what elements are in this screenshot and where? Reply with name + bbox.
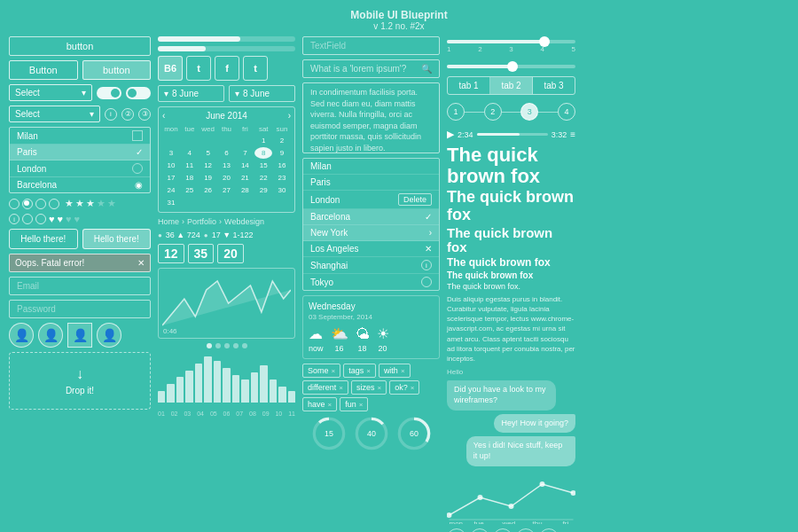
list-item-milan[interactable]: Milan xyxy=(10,128,150,145)
city-shanghai[interactable]: Shanghai i xyxy=(303,257,439,274)
main-button[interactable]: button xyxy=(9,36,151,56)
city-barcelona[interactable]: Barcelona ✓ xyxy=(303,209,439,225)
list-item-london[interactable]: London xyxy=(10,160,150,177)
dot-5[interactable] xyxy=(242,343,247,348)
cal-day-9[interactable]: 9 xyxy=(273,147,291,159)
social-btn-tumblr[interactable]: t xyxy=(243,56,268,81)
cal-day-5[interactable]: 5 xyxy=(200,147,217,159)
radio-4[interactable] xyxy=(49,199,59,209)
heart-filled-2[interactable]: ♥ xyxy=(58,214,64,224)
step-4[interactable]: 4 xyxy=(558,103,575,121)
list-item-barcelona[interactable]: Barcelona ◉ xyxy=(10,177,150,192)
city-tokyo[interactable]: Tokyo xyxy=(303,274,439,290)
star-5[interactable]: ★ xyxy=(107,198,116,209)
social-btn-facebook[interactable]: f xyxy=(215,56,239,81)
hello-outline-btn[interactable]: Hello there! xyxy=(9,229,78,249)
star-1[interactable]: ★ xyxy=(65,198,74,209)
heart-empty[interactable]: ♥ xyxy=(66,214,72,224)
avatar-circle-1[interactable]: 👤 xyxy=(9,323,34,348)
cal-day-13[interactable]: 13 xyxy=(218,160,236,171)
cal-day-4[interactable]: 4 xyxy=(181,147,199,159)
cal-day-19[interactable]: 19 xyxy=(200,172,217,184)
tag-different-close[interactable]: × xyxy=(339,384,343,392)
media-progress-bar[interactable] xyxy=(477,133,548,136)
counter-2[interactable]: 35 xyxy=(188,244,215,263)
star-3[interactable]: ★ xyxy=(86,198,95,209)
avatar-circle-3[interactable]: 👤 xyxy=(97,323,121,348)
circle-icon-1[interactable] xyxy=(22,214,33,224)
cal-day-15[interactable]: 15 xyxy=(254,160,272,171)
tag-with-close[interactable]: × xyxy=(401,367,405,375)
tab-1[interactable]: tab 1 xyxy=(448,77,490,94)
radio-london[interactable] xyxy=(132,163,143,174)
password-field[interactable]: Password xyxy=(9,300,151,318)
cal-day-27[interactable]: 27 xyxy=(218,184,236,196)
close-icon[interactable]: ✕ xyxy=(137,258,145,268)
cal-day-3[interactable]: 3 xyxy=(162,147,180,159)
toggle-off[interactable] xyxy=(126,87,151,99)
step-3[interactable]: 3 xyxy=(520,103,538,121)
select-2[interactable]: Select ▾ xyxy=(9,106,100,122)
breadcrumb-webdesign[interactable]: Webdesign xyxy=(224,217,264,226)
cal-day-7[interactable]: 7 xyxy=(236,147,254,159)
cal-day-26[interactable]: 26 xyxy=(200,184,217,196)
tab-3[interactable]: tab 3 xyxy=(533,77,575,94)
date-btn-2[interactable]: ▾ 8 June xyxy=(229,85,295,102)
info-circle-1[interactable]: i xyxy=(9,214,20,224)
tag-ok-close[interactable]: × xyxy=(411,384,415,392)
counter-3[interactable]: 20 xyxy=(217,244,244,263)
cal-day-31[interactable]: 31 xyxy=(162,197,180,208)
tag-some-close[interactable]: × xyxy=(332,367,336,375)
slider-2-thumb[interactable] xyxy=(507,61,518,72)
button-1[interactable]: Button xyxy=(9,60,78,80)
cal-day-21[interactable]: 21 xyxy=(236,172,254,184)
button-2[interactable]: button xyxy=(82,60,152,80)
list-item-paris[interactable]: Paris ✓ xyxy=(10,145,150,160)
breadcrumb-home[interactable]: Home xyxy=(158,217,179,226)
city-london[interactable]: London Delete xyxy=(303,191,439,209)
select-1[interactable]: Select ▾ xyxy=(9,84,92,101)
search-input-box[interactable]: What is a 'lorem ipsum'? 🔍 xyxy=(302,59,440,78)
star-2[interactable]: ★ xyxy=(75,198,84,209)
cal-day-25[interactable]: 25 xyxy=(181,184,199,196)
step-1[interactable]: 1 xyxy=(447,103,465,121)
heart-filled[interactable]: ♥ xyxy=(49,214,55,224)
cal-day-24[interactable]: 24 xyxy=(162,184,180,196)
heart-empty-2[interactable]: ♥ xyxy=(74,214,81,224)
cal-day-23[interactable]: 23 xyxy=(273,172,291,184)
text-input-field[interactable]: TextField xyxy=(302,36,440,55)
dot-1[interactable] xyxy=(207,343,212,348)
counter-1[interactable]: 12 xyxy=(158,244,184,263)
cal-day-10[interactable]: 10 xyxy=(162,160,180,171)
menu-icon[interactable]: ≡ xyxy=(570,129,575,139)
close-icon[interactable]: ✕ xyxy=(425,244,432,254)
cal-day-28[interactable]: 28 xyxy=(236,184,254,196)
checkbox-milan[interactable] xyxy=(132,130,143,141)
toggle-on[interactable] xyxy=(97,87,121,99)
tag-fun-close[interactable]: × xyxy=(359,401,364,409)
play-icon[interactable]: ▶ xyxy=(447,129,454,140)
dot-4[interactable] xyxy=(233,343,239,348)
date-btn-1[interactable]: ▾ 8 June xyxy=(158,85,224,102)
step-2[interactable]: 2 xyxy=(484,103,502,121)
search-icon[interactable]: 🔍 xyxy=(421,64,432,74)
dot-3[interactable] xyxy=(224,343,230,348)
cal-day-17[interactable]: 17 xyxy=(162,172,180,184)
tag-sizes-close[interactable]: × xyxy=(378,384,382,392)
delete-btn[interactable]: Delete xyxy=(398,193,432,206)
tab-2[interactable]: tab 2 xyxy=(490,77,533,94)
social-btn-b6[interactable]: B6 xyxy=(158,56,183,81)
cal-day-1[interactable]: 1 xyxy=(254,135,272,146)
social-btn-twitter[interactable]: t xyxy=(186,56,211,81)
cal-day-2[interactable]: 2 xyxy=(273,135,291,146)
chevron-right-icon[interactable]: › xyxy=(429,228,432,238)
circle-icon-2[interactable] xyxy=(35,214,46,224)
cal-day-8-today[interactable]: 8 xyxy=(254,147,272,159)
cal-day-18[interactable]: 18 xyxy=(181,172,199,184)
city-paris[interactable]: Paris xyxy=(303,175,439,191)
stop-ctrl-btn[interactable]: ⏹ xyxy=(493,528,512,532)
tag-have-close[interactable]: × xyxy=(328,401,332,409)
slider-2-track[interactable] xyxy=(447,65,575,68)
lorem-textarea[interactable]: In condimentum facilisis porta. Sed nec … xyxy=(302,82,440,153)
drop-zone[interactable]: ↓ Drop it! xyxy=(9,352,151,410)
